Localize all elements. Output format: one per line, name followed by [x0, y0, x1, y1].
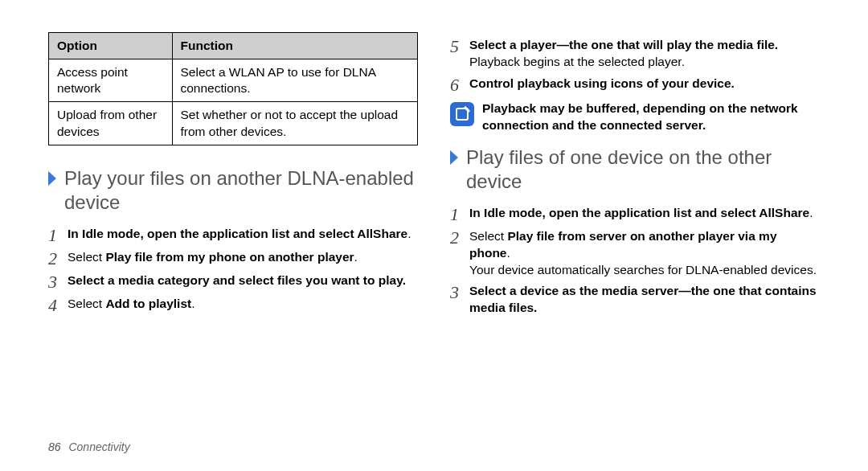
subheading-play-your-files: Play your files on another DLNA-enabled … [48, 166, 418, 215]
note-text: Playback may be buffered, depending on t… [482, 100, 820, 134]
step-3: 3 Select a media category and select fil… [48, 272, 418, 291]
step-text: Select a player—the one that will play t… [469, 38, 778, 51]
step-number: 1 [48, 226, 68, 244]
step-number: 1 [450, 205, 469, 223]
step-text: In Idle mode, open the application list … [68, 227, 357, 240]
step-text: . [354, 250, 358, 264]
section-name: Connectivity [68, 440, 129, 453]
cell-function: Select a WLAN AP to use for DLNA connect… [172, 59, 418, 102]
step-body: In Idle mode, open the application list … [469, 205, 820, 222]
cell-option: Access point network [49, 59, 173, 102]
subheading-play-files-other: Play files of one device on the other de… [450, 145, 820, 194]
step-number: 2 [48, 249, 68, 268]
th-option: Option [49, 33, 173, 59]
page-root: Option Function Access point network Sel… [0, 0, 868, 471]
table-header-row: Option Function [49, 33, 418, 59]
chevron-right-icon [48, 171, 59, 186]
subheading-text: Play files of one device on the other de… [466, 145, 820, 194]
step-text: Select [68, 250, 105, 264]
step-body: Select a player—the one that will play t… [469, 37, 820, 71]
svg-rect-1 [457, 109, 468, 120]
step-text: In Idle mode, open the application list … [469, 206, 759, 219]
page-number: 86 [48, 440, 61, 453]
step-4: 4 Select Add to playlist. [48, 296, 418, 314]
step-5: 5 Select a player—the one that will play… [450, 37, 820, 71]
svg-marker-0 [48, 171, 56, 186]
step-body: Select a device as the media server—the … [469, 283, 820, 317]
table-row: Upload from other devices Set whether or… [49, 102, 418, 145]
step-text: . [809, 206, 813, 219]
options-table: Option Function Access point network Sel… [48, 32, 418, 145]
step-text: Playback begins at the selected player. [469, 55, 685, 68]
step-1: 1 In Idle mode, open the application lis… [48, 226, 418, 244]
step-number: 6 [450, 76, 469, 94]
step-text-bold: Play file from my phone on another playe… [105, 250, 354, 264]
step-body: Select a media category and select files… [68, 272, 418, 289]
step-text: . [407, 227, 411, 240]
step-number: 2 [450, 228, 469, 247]
cell-option: Upload from other devices [49, 102, 173, 145]
note-icon [450, 102, 474, 126]
cell-function: Set whether or not to accept the upload … [172, 102, 418, 145]
step-text-bold: Add to playlist [105, 297, 191, 310]
columns: Option Function Access point network Sel… [48, 32, 820, 322]
note-box: Playback may be buffered, depending on t… [450, 100, 820, 134]
page-footer: 86 Connectivity [48, 440, 130, 453]
step-2b: 2 Select Play file from server on anothe… [450, 228, 820, 279]
svg-marker-3 [450, 150, 458, 165]
step-text-bold: Play file from server on another player … [469, 229, 777, 260]
step-3b: 3 Select a device as the media server—th… [450, 283, 820, 317]
step-text: Select [469, 229, 507, 243]
step-1b: 1 In Idle mode, open the application lis… [450, 205, 820, 223]
svg-line-2 [465, 107, 469, 112]
step-text: . [507, 246, 510, 260]
col-right: 5 Select a player—the one that will play… [450, 32, 820, 322]
table-row: Access point network Select a WLAN AP to… [49, 59, 418, 102]
step-body: Select Add to playlist. [68, 296, 418, 313]
step-body: In Idle mode, open the application list … [68, 226, 418, 243]
step-number: 3 [48, 272, 68, 291]
col-left: Option Function Access point network Sel… [48, 32, 418, 322]
step-text-bold: AllShare [759, 206, 809, 219]
step-body: Control playback using icons of your dev… [469, 76, 820, 92]
step-number: 3 [450, 283, 469, 301]
step-body: Select Play file from server on another … [469, 228, 820, 279]
th-function: Function [172, 33, 418, 59]
subheading-text: Play your files on another DLNA-enabled … [64, 166, 418, 215]
step-body: Select Play file from my phone on anothe… [68, 249, 418, 266]
step-text: Your device automatically searches for D… [469, 263, 817, 276]
chevron-right-icon [450, 150, 461, 165]
step-text: . [191, 297, 194, 310]
step-number: 5 [450, 37, 469, 55]
step-text-bold: AllShare [357, 227, 407, 240]
step-text: Select [68, 297, 105, 310]
step-number: 4 [48, 296, 68, 314]
step-6: 6 Control playback using icons of your d… [450, 76, 820, 94]
step-2: 2 Select Play file from my phone on anot… [48, 249, 418, 268]
